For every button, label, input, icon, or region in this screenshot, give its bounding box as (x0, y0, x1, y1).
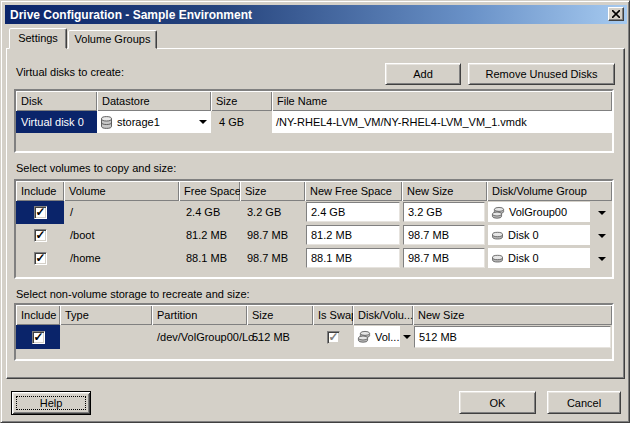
volume-name: / (70, 206, 73, 218)
col-header-volume[interactable]: Volume (64, 181, 179, 201)
is-swap-checkbox (327, 331, 340, 344)
disk-size-value: 4 GB (219, 116, 244, 128)
volumes-table-header: Include Volume Free Space Size New Free … (16, 181, 612, 201)
tab-settings-label: Settings (18, 32, 58, 44)
size-value: 98.7 MB (247, 229, 288, 241)
col-header-size[interactable]: Size (247, 305, 313, 325)
chevron-down-icon (598, 211, 606, 215)
new-size-input[interactable]: 98.7 MB (403, 248, 485, 268)
tab-volume-groups-label: Volume Groups (75, 33, 151, 45)
col-header-file-name[interactable]: File Name (272, 91, 612, 111)
col-header-new-size[interactable]: New Size (413, 305, 612, 325)
include-checkbox[interactable] (34, 252, 47, 265)
is-swap-cell (313, 325, 353, 349)
volume-name: /boot (70, 229, 94, 241)
window-title: Drive Configuration - Sample Environment (10, 8, 252, 22)
disk-volume-group-value: Disk 0 (508, 252, 539, 264)
free-space-value: 2.4 GB (186, 206, 220, 218)
disk-volume-group-dropdown-button[interactable] (594, 247, 610, 270)
new-free-space-input[interactable]: 2.4 GB (306, 202, 400, 222)
new-size-input[interactable]: 512 MB (414, 326, 611, 348)
include-checkbox[interactable] (32, 331, 45, 344)
include-cell (16, 247, 64, 270)
disk-volume-group-value: Disk 0 (508, 229, 539, 241)
size-value: 98.7 MB (247, 252, 288, 264)
volume-name: /home (70, 252, 101, 264)
disk-volume-group-dropdown-button[interactable] (594, 201, 610, 224)
free-space-value: 88.1 MB (186, 252, 227, 264)
include-checkbox[interactable] (34, 229, 47, 242)
volume-group-icon (491, 206, 505, 219)
chevron-down-icon (199, 120, 207, 124)
new-free-space-input[interactable]: 88.1 MB (306, 248, 400, 268)
disk-icon (491, 253, 504, 264)
size-value: 512 MB (252, 331, 290, 343)
col-header-disk[interactable]: Disk (16, 91, 97, 111)
volume-row-home: /home 88.1 MB 98.7 MB 88.1 MB 98.7 MB Di… (16, 247, 612, 270)
disk-volume-dropdown[interactable]: Vol... (354, 326, 400, 347)
chevron-down-icon (598, 234, 606, 238)
virtual-disks-table-header: Disk Datastore Size File Name (16, 91, 612, 111)
tab-settings[interactable]: Settings (9, 28, 67, 49)
datastore-value: storage1 (117, 116, 160, 128)
col-header-type[interactable]: Type (60, 305, 152, 325)
disk-volume-group-dropdown[interactable]: Disk 0 (488, 248, 590, 268)
close-icon (612, 10, 620, 18)
col-header-include[interactable]: Include (16, 305, 60, 325)
settings-tab-panel: Virtual disks to create: Add Remove Unus… (6, 48, 625, 379)
size-value: 3.2 GB (247, 206, 281, 218)
col-header-free-space[interactable]: Free Space (179, 181, 240, 201)
virtual-disks-table: Disk Datastore Size File Name Virtual di… (14, 89, 614, 153)
ok-button[interactable]: OK (459, 391, 536, 414)
non-volume-section-label: Select non-volume storage to recreate an… (16, 288, 250, 300)
non-volume-table: Include Type Partition Size Is Swap Disk… (14, 303, 614, 361)
chevron-down-icon (403, 335, 411, 339)
col-header-size[interactable]: Size (211, 91, 272, 111)
disk-volume-dropdown-button[interactable] (400, 325, 414, 349)
virtual-disk-row: Virtual disk 0 storage1 4 GB /NY-RHEL4-L… (16, 111, 612, 133)
new-size-input[interactable]: 98.7 MB (403, 225, 485, 245)
col-header-datastore[interactable]: Datastore (97, 91, 211, 111)
disk-icon (491, 230, 504, 241)
include-cell (16, 325, 60, 349)
col-header-size[interactable]: Size (240, 181, 305, 201)
virtual-disks-section-label: Virtual disks to create: (16, 66, 124, 78)
titlebar[interactable]: Drive Configuration - Sample Environment (5, 5, 627, 24)
include-checkbox[interactable] (34, 206, 47, 219)
drive-configuration-dialog: Drive Configuration - Sample Environment… (0, 0, 630, 423)
new-size-input[interactable]: 3.2 GB (403, 202, 485, 222)
col-header-disk-volume[interactable]: Disk/Volu... (353, 305, 413, 325)
datastore-cylinder-icon (100, 116, 113, 129)
volumes-table: Include Volume Free Space Size New Free … (14, 179, 614, 279)
remove-unused-disks-button[interactable]: Remove Unused Disks (468, 63, 615, 85)
disk-name: Virtual disk 0 (16, 116, 84, 128)
chevron-down-icon (598, 257, 606, 261)
non-volume-row: /dev/VolGroup00/Lo... 512 MB Vol... (16, 325, 612, 349)
add-button[interactable]: Add (385, 63, 461, 85)
non-volume-table-header: Include Type Partition Size Is Swap Disk… (16, 305, 612, 325)
datastore-dropdown[interactable]: storage1 (97, 111, 211, 133)
disk-name-cell[interactable]: Virtual disk 0 (16, 111, 97, 133)
col-header-new-size[interactable]: New Size (402, 181, 487, 201)
cancel-button[interactable]: Cancel (547, 391, 621, 414)
col-header-partition[interactable]: Partition (152, 305, 247, 325)
volume-row-boot: /boot 81.2 MB 98.7 MB 81.2 MB 98.7 MB Di… (16, 224, 612, 247)
include-cell (16, 224, 64, 247)
col-header-include[interactable]: Include (16, 181, 64, 201)
disk-volume-group-dropdown[interactable]: Disk 0 (488, 225, 590, 245)
help-button[interactable]: Help (11, 391, 91, 415)
col-header-disk-volume-group[interactable]: Disk/Volume Group (487, 181, 612, 201)
partition-value: /dev/VolGroup00/Lo... (157, 331, 263, 343)
disk-volume-group-dropdown[interactable]: VolGroup00 (488, 202, 590, 222)
col-header-is-swap[interactable]: Is Swap (313, 305, 353, 325)
free-space-value: 81.2 MB (186, 229, 227, 241)
new-free-space-input[interactable]: 81.2 MB (306, 225, 400, 245)
disk-volume-group-value: VolGroup00 (509, 206, 567, 218)
tab-volume-groups[interactable]: Volume Groups (68, 30, 157, 49)
file-name-value: /NY-RHEL4-LVM_VM/NY-RHEL4-LVM_VM_1.vmdk (272, 111, 612, 133)
include-cell (16, 201, 64, 224)
col-header-new-free-space[interactable]: New Free Space (305, 181, 402, 201)
disk-volume-group-dropdown-button[interactable] (594, 224, 610, 247)
disk-volume-value: Vol... (375, 331, 399, 343)
close-button[interactable] (608, 7, 624, 21)
